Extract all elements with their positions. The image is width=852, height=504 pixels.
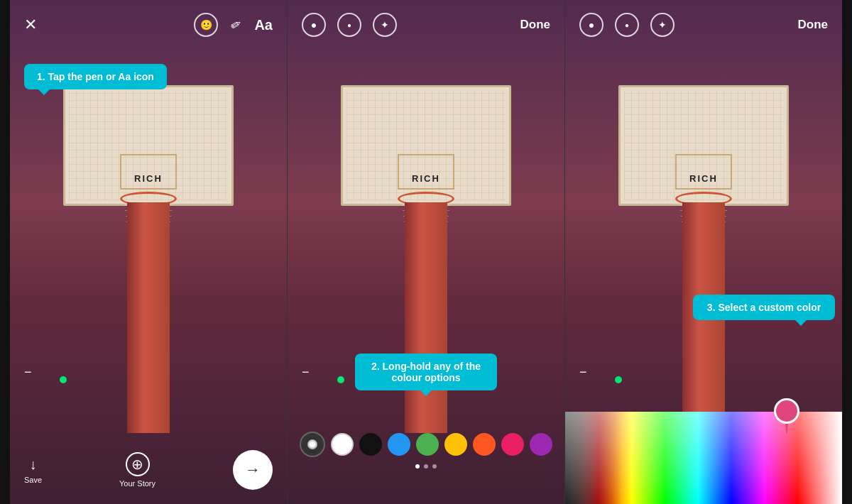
panel2-header: ● ● ✦ Done bbox=[288, 0, 564, 50]
page-dot-1 bbox=[415, 464, 420, 469]
effects-icon[interactable]: ✦ bbox=[373, 13, 397, 37]
green-dot-2 bbox=[337, 376, 344, 383]
page-dot-2 bbox=[424, 464, 428, 469]
add-story-icon: ⊕ bbox=[126, 452, 150, 476]
minus-indicator-1: − bbox=[24, 365, 32, 380]
save-label: Save bbox=[24, 476, 42, 484]
color-orange[interactable] bbox=[473, 433, 496, 456]
backboard-text-2: RICH bbox=[412, 173, 440, 184]
done-button-3[interactable]: Done bbox=[798, 18, 829, 32]
color-blue[interactable] bbox=[388, 433, 410, 456]
backboard-inner-2 bbox=[398, 154, 454, 190]
backboard-text-1: RICH bbox=[134, 173, 163, 184]
pole-2 bbox=[405, 202, 447, 433]
brush-size-icon-3[interactable]: ● bbox=[579, 13, 604, 37]
pole-1 bbox=[127, 202, 170, 433]
panel3-left-icons: ● ● ✦ bbox=[579, 13, 674, 37]
panel-1: RICH ✕ 🙂 ✏ Aa 1. Tap the pen or Aa icon … bbox=[10, 0, 287, 504]
story-label: Your Story bbox=[119, 479, 155, 488]
panel-3: RICH ● ● ✦ Done 3. Select a custom color… bbox=[565, 0, 842, 504]
backboard-inner-3 bbox=[675, 154, 732, 190]
page-dot-3 bbox=[432, 464, 437, 469]
sticker-icon[interactable]: 🙂 bbox=[194, 13, 218, 37]
green-dot-1 bbox=[60, 376, 67, 383]
page-indicator bbox=[415, 464, 437, 469]
color-black[interactable] bbox=[359, 433, 382, 456]
panel1-header: ✕ 🙂 ✏ Aa bbox=[10, 0, 287, 50]
panel2-tooltip: 2. Long-hold any of the colour options bbox=[355, 354, 497, 390]
effects-icon-2[interactable]: ✦ bbox=[650, 13, 674, 37]
panel1-tooltip: 1. Tap the pen or Aa icon bbox=[24, 64, 167, 89]
color-white[interactable] bbox=[331, 433, 354, 456]
minus-indicator-2: − bbox=[302, 365, 310, 380]
backboard-1: RICH bbox=[63, 85, 234, 206]
color-picker-white bbox=[565, 412, 842, 504]
backboard-2: RICH bbox=[341, 85, 511, 206]
panel3-tooltip: 3. Select a custom color bbox=[693, 295, 835, 320]
backboard-inner-1 bbox=[120, 154, 177, 190]
green-dot-3 bbox=[615, 376, 622, 383]
panel1-bottom: ↓ Save ⊕ Your Story → bbox=[10, 439, 287, 504]
close-icon[interactable]: ✕ bbox=[24, 17, 37, 33]
brush-size-icon-1[interactable]: ● bbox=[302, 13, 326, 37]
your-story-button[interactable]: ⊕ Your Story bbox=[119, 452, 155, 488]
save-icon: ↓ bbox=[30, 456, 37, 473]
panel3-header: ● ● ✦ Done bbox=[565, 0, 842, 50]
color-pin-head bbox=[774, 398, 799, 424]
backboard-text-3: RICH bbox=[689, 173, 718, 184]
custom-color-button[interactable] bbox=[300, 432, 325, 457]
brush-size-icon-2[interactable]: ● bbox=[337, 13, 361, 37]
brush-size-icon-4[interactable]: ● bbox=[615, 13, 639, 37]
header-icons: 🙂 ✏ Aa bbox=[194, 13, 273, 37]
aa-button[interactable]: Aa bbox=[254, 17, 273, 33]
save-button[interactable]: ↓ Save bbox=[24, 456, 42, 484]
panel-2: RICH ● ● ✦ Done 2. Long-hold any of the … bbox=[288, 0, 564, 504]
color-green[interactable] bbox=[416, 433, 439, 456]
color-palette bbox=[288, 432, 564, 469]
minus-indicator-3: − bbox=[579, 365, 587, 380]
color-yellow[interactable] bbox=[444, 433, 467, 456]
next-button[interactable]: → bbox=[233, 450, 273, 490]
color-dots-row bbox=[293, 432, 559, 457]
color-red[interactable] bbox=[501, 433, 524, 456]
color-picker-gradient[interactable] bbox=[565, 412, 842, 504]
pen-icon[interactable]: ✏ bbox=[228, 16, 245, 35]
backboard-3: RICH bbox=[618, 85, 789, 206]
color-picker-pin[interactable] bbox=[774, 398, 799, 429]
done-button-2[interactable]: Done bbox=[520, 18, 551, 32]
panel2-left-icons: ● ● ✦ bbox=[302, 13, 397, 37]
color-purple[interactable] bbox=[530, 433, 552, 456]
panels-container: RICH ✕ 🙂 ✏ Aa 1. Tap the pen or Aa icon … bbox=[0, 0, 852, 504]
